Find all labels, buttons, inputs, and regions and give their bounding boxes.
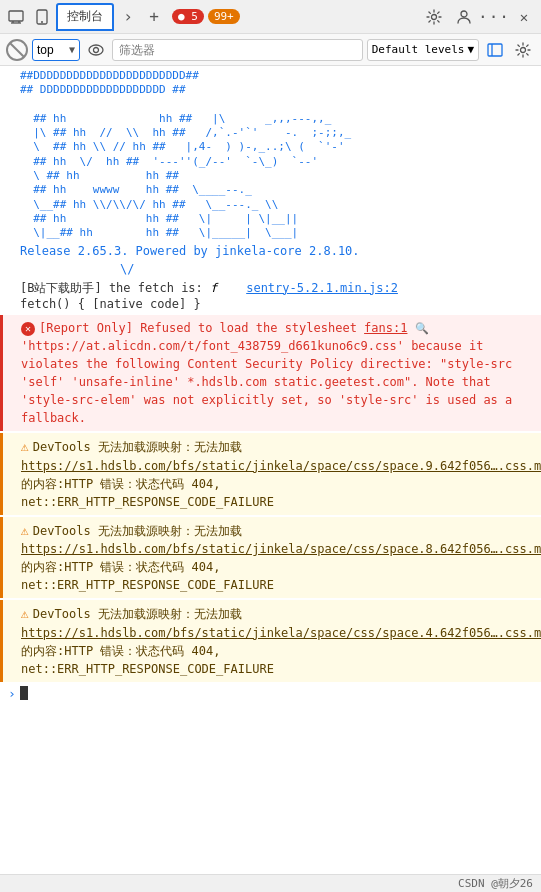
clear-console-button[interactable] (6, 39, 28, 61)
toolbar: ▼ Default levels ▼ (0, 34, 541, 66)
fetch-code: fetch() { [native code] } (20, 297, 201, 311)
console-output: ##DDDDDDDDDDDDDDDDDDDDDDD## ## DDDDDDDDD… (0, 66, 541, 874)
warning-link-1[interactable]: https://s1.hdslb.com/bfs/static/jinkela/… (21, 459, 541, 473)
screen-icon[interactable] (4, 5, 28, 29)
status-bar: CSDN @朝夕26 (0, 874, 541, 892)
error-block: ✕[Report Only] Refused to load the style… (0, 315, 541, 432)
device-icon[interactable] (30, 5, 54, 29)
warning-icon-2: ⚠ (21, 523, 29, 538)
fetch-line: [B站下载助手] the fetch is: f sentry-5.2.1.mi… (0, 278, 541, 313)
warning-block-1: ⚠DevTools 无法加载源映射：无法加载https://s1.hdslb.c… (0, 433, 541, 515)
tab-bar-right: ··· ✕ (421, 4, 537, 30)
warning-badge: 99+ (208, 9, 240, 24)
warning-text-1: DevTools 无法加载源映射：无法加载https://s1.hdslb.co… (21, 440, 541, 509)
filter-input[interactable] (112, 39, 363, 61)
error-link[interactable]: fans:1 (364, 321, 407, 335)
warning-block-2: ⚠DevTools 无法加载源映射：无法加载https://s1.hdslb.c… (0, 517, 541, 599)
svg-point-7 (461, 11, 467, 17)
author-label: CSDN @朝夕26 (458, 876, 533, 891)
levels-dropdown[interactable]: Default levels ▼ (367, 39, 479, 61)
fetch-italic: f (210, 281, 217, 295)
add-tab-button[interactable]: + (142, 5, 166, 29)
error-badge: ● 5 (172, 9, 204, 24)
settings-icon[interactable] (421, 4, 447, 30)
console-settings-icon[interactable] (511, 38, 535, 62)
context-selector[interactable]: ▼ (32, 39, 80, 61)
levels-arrow: ▼ (467, 43, 474, 56)
prompt-chevron: › (8, 686, 16, 701)
warning-link-2[interactable]: https://s1.hdslb.com/bfs/static/jinkela/… (21, 542, 541, 556)
warning-block-3: ⚠DevTools 无法加载源映射：无法加载https://s1.hdslb.c… (0, 600, 541, 682)
levels-label: Default levels (372, 43, 465, 56)
fetch-label-text: [B站下载助手] the fetch is: (20, 281, 210, 295)
tab-bar: 控制台 › + ● 5 99+ ··· ✕ (0, 0, 541, 34)
console-tab-label: 控制台 (67, 8, 103, 25)
ascii-art-block: ##DDDDDDDDDDDDDDDDDDDDDDD## ## DDDDDDDDD… (0, 68, 541, 242)
context-dropdown-arrow[interactable]: ▼ (69, 44, 75, 55)
prompt-cursor[interactable] (20, 686, 28, 700)
svg-point-12 (521, 47, 526, 52)
warning-icon-3: ⚠ (21, 606, 29, 621)
prompt-line[interactable]: › (0, 684, 541, 703)
error-message: [Report Only] Refused to load the styles… (21, 321, 512, 426)
svg-rect-0 (9, 11, 23, 21)
svg-point-8 (89, 45, 103, 55)
svg-point-5 (41, 21, 43, 23)
profile-icon[interactable] (451, 4, 477, 30)
context-input[interactable] (37, 43, 67, 57)
warning-text-3: DevTools 无法加载源映射：无法加载https://s1.hdslb.co… (21, 607, 541, 676)
error-icon: ✕ (21, 322, 35, 336)
eye-icon[interactable] (84, 38, 108, 62)
fetch-link[interactable]: sentry-5.2.1.min.js:2 (246, 281, 398, 295)
search-icon[interactable]: 🔍 (415, 321, 429, 338)
warning-icon-1: ⚠ (21, 439, 29, 454)
svg-point-9 (94, 47, 99, 52)
release-arrow: \/ (0, 260, 541, 278)
console-tab[interactable]: 控制台 (56, 3, 114, 31)
close-icon[interactable]: ✕ (511, 4, 537, 30)
svg-point-6 (432, 14, 437, 19)
sidebar-icon[interactable] (483, 38, 507, 62)
more-icon[interactable]: ··· (481, 4, 507, 30)
warning-link-3[interactable]: https://s1.hdslb.com/bfs/static/jinkela/… (21, 626, 541, 640)
svg-rect-10 (488, 44, 502, 56)
release-line: Release 2.65.3. Powered by jinkela-core … (0, 242, 541, 260)
warning-text-2: DevTools 无法加载源映射：无法加载https://s1.hdslb.co… (21, 524, 541, 593)
chevron-icon[interactable]: › (116, 5, 140, 29)
